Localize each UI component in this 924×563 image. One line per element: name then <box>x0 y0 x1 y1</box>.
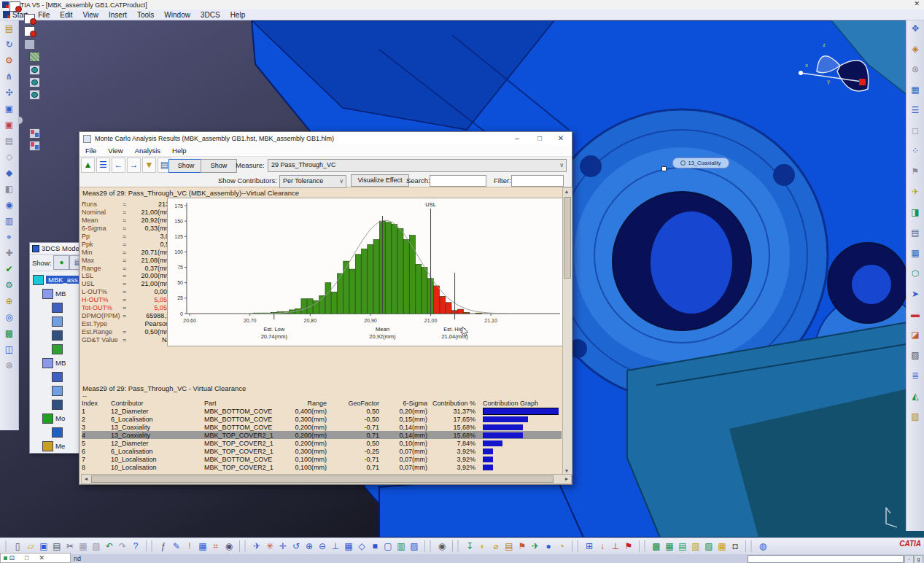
color-grid-icon[interactable]: ▦ <box>715 541 729 552</box>
pan-icon[interactable]: ✛ <box>276 541 290 552</box>
table-row[interactable]: 810_LocalisationMBK_TOP_COVER2_10,100(mm… <box>82 463 562 471</box>
printer-icon[interactable]: ▤ <box>909 228 922 238</box>
power-input-g-icon[interactable]: g <box>914 555 923 563</box>
table-row[interactable]: 710_LocalisationMBK_BOTTOM_COVE0,100(mm)… <box>82 455 562 463</box>
contributor-bars-icon[interactable]: ☰ <box>96 158 110 173</box>
contributors-mode-select[interactable]: Per Tolerance ∨ <box>279 175 346 188</box>
dialog-titlebar[interactable]: Monte Carlo Analysis Results (MBK_assemb… <box>79 132 572 145</box>
simulate-icon[interactable]: ⬡ <box>909 268 922 279</box>
normal-view-icon[interactable]: ⊥ <box>329 541 342 552</box>
power-input-field[interactable] <box>748 555 904 563</box>
undo-icon[interactable]: ↶ <box>103 541 116 552</box>
restore-icon[interactable]: ⊡ <box>9 554 15 562</box>
toolbar-grip[interactable] <box>244 540 248 552</box>
copy-icon[interactable]: ▦ <box>77 541 90 552</box>
maximize-icon[interactable]: □ <box>25 554 28 562</box>
dof-tree-icon[interactable]: ⋔ <box>3 71 16 82</box>
compass-3d[interactable]: z x y <box>795 38 875 105</box>
filter-input[interactable] <box>511 175 564 187</box>
mannequin-icon[interactable]: ◉ <box>222 541 236 552</box>
new-document-icon[interactable]: ▯ <box>11 541 24 552</box>
ruler-icon[interactable]: ⌀ <box>489 541 502 552</box>
pump-icon[interactable]: ◘ <box>729 541 742 552</box>
compass-icon[interactable]: ◔ <box>555 541 568 552</box>
solid-icon[interactable]: ◆ <box>3 168 16 179</box>
rotate-view-icon[interactable]: ↺ <box>290 541 303 552</box>
flag-red-icon[interactable]: ⚑ <box>622 541 635 552</box>
prev-measure-icon[interactable]: ← <box>112 158 125 173</box>
dialog-vscrollbar[interactable]: ▲ ▼ <box>562 187 572 475</box>
assembly-design-icon[interactable]: ▣ <box>3 120 16 131</box>
measure-select[interactable]: 29 Pass_Through_VC ∨ <box>268 159 567 172</box>
search-input[interactable] <box>430 175 486 187</box>
histogram-view-icon[interactable]: ▲ <box>81 158 95 173</box>
sim-chart-icon[interactable]: ▥ <box>689 541 702 552</box>
next-measure-icon[interactable]: → <box>127 158 141 173</box>
dialog-menu-view[interactable]: View <box>108 147 123 155</box>
dialog-hscrollbar[interactable]: ◄ ► <box>81 474 572 484</box>
ghost-icon[interactable]: ◻ <box>909 125 922 136</box>
dialog-menu-file[interactable]: File <box>85 147 96 155</box>
bulb-icon[interactable]: ◐ <box>476 541 489 552</box>
sketch-tracer-icon[interactable]: ✎ <box>170 541 183 552</box>
warn-icon[interactable]: ! <box>183 541 196 552</box>
paste-icon[interactable]: ▧ <box>90 541 103 552</box>
dialog-menu-help[interactable]: Help <box>172 147 187 155</box>
power-input-ok-icon[interactable]: ▫ <box>904 555 914 563</box>
tools-icon[interactable]: ✚ <box>3 248 16 259</box>
cut-icon[interactable]: ✂ <box>63 541 77 552</box>
measure-probe-icon[interactable]: ⊕ <box>3 296 16 307</box>
hlm-chart-icon[interactable]: ▩ <box>650 541 663 552</box>
compass-star-icon[interactable]: ✳ <box>263 541 276 552</box>
save-results-icon[interactable]: ▼ <box>142 158 156 173</box>
menu-item-3dcs[interactable]: 3DCS <box>201 11 220 19</box>
menu-item-tools[interactable]: Tools <box>137 11 154 19</box>
constraint-icon[interactable]: ▦ <box>909 85 922 96</box>
minimize-icon[interactable]: – <box>508 132 527 144</box>
table-row[interactable]: 26_LocalisationMBK_BOTTOM_COVE0,300(mm)-… <box>82 415 562 423</box>
compass-handle[interactable] <box>859 79 866 85</box>
mechanism-icon[interactable]: ⚙ <box>3 55 16 66</box>
pointer-select-icon[interactable]: ◈ <box>909 44 922 55</box>
table-row[interactable]: 512_DiameterMBK_TOP_COVER2_10,200(mm)0,5… <box>82 439 562 447</box>
drafting-icon[interactable]: ▤ <box>3 136 16 147</box>
iso-view-icon[interactable]: ◇ <box>355 541 368 552</box>
help-icon[interactable]: ? <box>129 541 142 552</box>
validate-icon[interactable]: ✔ <box>3 264 16 275</box>
gallery-icon[interactable]: ◪ <box>909 330 922 341</box>
visualize-effect-button[interactable]: Visualize Effect <box>351 174 409 187</box>
zoom-out-icon[interactable]: ⊖ <box>316 541 329 552</box>
insert-component-icon[interactable]: ✥ <box>909 23 922 34</box>
part-annotation-pill[interactable]: 13_Coaxiality <box>672 158 729 168</box>
close-icon[interactable]: ✕ <box>39 554 45 562</box>
histogram-small-icon[interactable]: ▨ <box>909 350 922 361</box>
table-grid-icon[interactable]: ⊞ <box>583 541 596 552</box>
exchange-icon[interactable]: ⊛ <box>3 360 16 371</box>
formula-icon[interactable]: ƒ <box>157 541 170 552</box>
ball-icon[interactable]: ● <box>542 541 555 552</box>
fly-icon[interactable]: ✈ <box>250 541 263 552</box>
image-icon[interactable]: ▧ <box>909 411 922 422</box>
wireframe-cube-icon[interactable]: ▢ <box>381 541 395 552</box>
transform-icon[interactable]: ✈ <box>909 187 922 198</box>
multi-view-icon[interactable]: ▦ <box>342 541 355 552</box>
dialog-close-icon[interactable]: ✕ <box>551 132 570 144</box>
update-icon[interactable]: ↻ <box>3 39 16 50</box>
mic-record-icon[interactable]: ⚑ <box>909 166 922 177</box>
rotate-3d-icon[interactable]: ⊛ <box>909 64 922 75</box>
menu-item-edit[interactable]: Edit <box>60 11 72 19</box>
flag-icon[interactable]: ⚑ <box>516 541 529 552</box>
toolbar-grip[interactable] <box>644 540 648 552</box>
structure-icon[interactable]: ⌗ <box>209 541 222 552</box>
catalog-icon[interactable]: ▥ <box>3 216 16 227</box>
contrib-chart-icon[interactable]: ▤ <box>676 541 689 552</box>
menu-item-help[interactable]: Help <box>230 11 246 19</box>
menu-item-file[interactable]: File <box>38 11 50 19</box>
plane-icon[interactable]: ✈ <box>529 541 542 552</box>
list-icon[interactable]: ☰ <box>909 105 922 116</box>
jet-icon[interactable]: ➤ <box>909 289 922 300</box>
section-icon[interactable]: ◧ <box>3 184 16 195</box>
show-min-button[interactable]: Show Min <box>168 159 203 173</box>
hscroll-thumb[interactable] <box>91 475 554 483</box>
toolbar-grip[interactable] <box>151 540 155 552</box>
